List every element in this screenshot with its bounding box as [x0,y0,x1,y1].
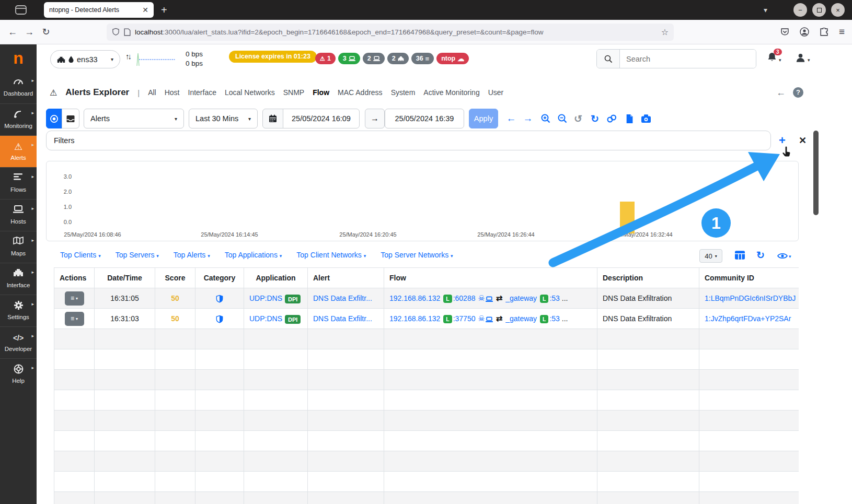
sidebar-item-dashboard[interactable]: ▸ Dashboard [0,72,37,103]
table-refresh-icon[interactable]: ↻ [756,249,765,261]
download-pcap-icon[interactable] [640,109,652,128]
time-range-select[interactable]: Last 30 Mins▾ [189,109,258,128]
window-maximize-button[interactable] [812,3,826,17]
page-scrollbar[interactable] [813,131,819,215]
client-port-link[interactable]: :37750 [453,314,476,323]
remove-filter-button[interactable]: ✕ [799,135,807,146]
col-alert: Alert [308,268,384,288]
window-close-button[interactable]: × [831,3,845,17]
notifications-button[interactable]: 3 ▾ [767,52,781,63]
bookmark-star-icon[interactable]: ☆ [661,27,669,37]
new-tab-button[interactable]: + [161,4,167,16]
sidebar-item-settings[interactable]: ▸ Settings [0,295,37,326]
sidebar-item-hosts[interactable]: ▸ Hosts [0,199,37,231]
jump-back-icon[interactable]: ← [505,109,517,128]
top-servers-dropdown[interactable]: Top Servers ▾ [116,251,159,259]
active-hosts-badge[interactable]: 3 [338,53,360,64]
zoom-out-icon[interactable] [556,109,569,128]
client-host-link[interactable]: 192.168.86.132 [389,294,440,302]
past-alerts-toggle[interactable] [62,109,79,128]
add-filter-button[interactable]: + [779,134,786,147]
account-icon[interactable] [800,27,809,37]
tab-close-icon[interactable]: ✕ [142,6,148,14]
user-menu-button[interactable]: ▾ [796,52,810,63]
pocket-shield-icon[interactable] [780,28,789,37]
community-id-link[interactable]: 1:JvZhp6qrtFDva+YP2SAr [705,314,791,323]
firefox-view-icon[interactable] [15,4,27,16]
ntop-cloud-badge[interactable]: ntop☁ [436,53,469,64]
row-actions-button[interactable]: ≡▾ [65,291,84,306]
sidebar-item-help[interactable]: ▸ Help [0,358,37,390]
alert-name-link[interactable]: DNS Data Exfiltr... [313,314,372,323]
back-button[interactable]: ← [4,27,21,38]
download-report-icon[interactable] [623,109,636,128]
client-host-link[interactable]: 192.168.86.132 [389,314,440,323]
empty-cell [155,472,195,492]
date-end-input[interactable]: 25/05/2024 16:39 [385,109,464,128]
tab-mac-address[interactable]: MAC Address [338,88,383,97]
jump-forward-icon[interactable]: → [522,109,534,128]
server-port-link[interactable]: :53 [549,314,559,323]
page-size-select[interactable]: 40▾ [699,249,722,263]
search-input[interactable] [620,50,756,68]
sidebar-item-developer[interactable]: ▸ </> Developer [0,326,37,358]
server-host-link[interactable]: _gateway [505,294,537,302]
zoom-in-icon[interactable] [539,109,552,128]
shift-range-button[interactable]: → [365,109,385,128]
back-arrow-icon[interactable]: ← [776,87,786,98]
ntopng-logo[interactable]: n [0,44,37,72]
sidebar-item-monitoring[interactable]: ▸ Monitoring [0,103,37,135]
help-icon[interactable]: ? [793,87,803,98]
server-host-link[interactable]: _gateway [505,314,537,323]
list-tabs-chevron-icon[interactable]: ▾ [764,6,767,14]
top-server-networks-dropdown[interactable]: Top Server Networks ▾ [381,251,453,259]
window-minimize-button[interactable]: − [793,3,807,17]
forward-button[interactable]: → [21,27,38,38]
tab-interface[interactable]: Interface [188,88,216,97]
sidebar-item-interface[interactable]: ▸ Interface [0,263,37,295]
tab-system[interactable]: System [391,88,416,97]
menu-icon[interactable]: ≡ [839,26,845,38]
filters-box[interactable]: Filters [46,131,771,150]
top-applications-dropdown[interactable]: Top Applications ▾ [225,251,282,259]
date-begin-input[interactable]: 25/05/2024 16:09 [283,109,360,128]
top-client-networks-dropdown[interactable]: Top Client Networks ▾ [296,251,366,259]
tab-snmp[interactable]: SNMP [283,88,304,97]
alert-count-bar[interactable] [620,202,635,233]
interface-selector[interactable]: ens33 ▾ [50,50,120,68]
sidebar-item-alerts[interactable]: ▸ ⚠ Alerts [0,135,37,167]
application-link[interactable]: UDP:DNS [249,314,282,323]
tab-active-monitoring[interactable]: Active Monitoring [423,88,479,97]
browser-tab[interactable]: ntopng - Detected Alerts ✕ [44,2,154,18]
sidebar-item-maps[interactable]: ▸ Maps [0,231,37,263]
engaged-alerts-toggle[interactable] [46,109,62,128]
application-link[interactable]: UDP:DNS [249,294,282,302]
flows-count-badge[interactable]: 36≡ [411,53,434,64]
undo-icon[interactable]: ↺ [572,109,584,128]
alert-name-link[interactable]: DNS Data Exfiltr... [313,294,372,302]
top-clients-dropdown[interactable]: Top Clients ▾ [60,251,101,259]
row-actions-button[interactable]: ≡▾ [65,312,84,326]
columns-config-icon[interactable] [735,251,745,260]
server-port-link[interactable]: :53 [549,294,559,302]
top-alerts-dropdown[interactable]: Top Alerts ▾ [174,251,210,259]
alert-type-select[interactable]: Alerts▾ [84,109,184,128]
tab-host[interactable]: Host [165,88,180,97]
tab-flow[interactable]: Flow [313,88,329,97]
url-bar[interactable]: localhost:3000/lua/alert_stats.lua?ifid=… [107,24,674,41]
extensions-icon[interactable] [820,28,828,37]
devices-badge[interactable]: 2 [387,53,409,64]
engaged-alerts-badge[interactable]: ⚠1 [315,53,336,64]
visibility-dropdown[interactable]: ▾ [777,251,791,260]
tab-user[interactable]: User [488,88,504,97]
permalink-icon[interactable] [605,109,618,128]
community-id-link[interactable]: 1:LBqmPnDGIc6nISrDYBbJ [705,294,796,302]
sidebar-item-flows[interactable]: ▸ Flows [0,167,37,199]
reload-button[interactable]: ↻ [38,26,54,38]
client-port-link[interactable]: :60288 [453,294,476,302]
tab-local-networks[interactable]: Local Networks [225,88,275,97]
apply-button[interactable]: Apply [469,109,498,128]
tab-all[interactable]: All [148,88,156,97]
refresh-icon[interactable]: ↻ [589,109,601,128]
local-hosts-badge[interactable]: 2 [363,53,385,64]
